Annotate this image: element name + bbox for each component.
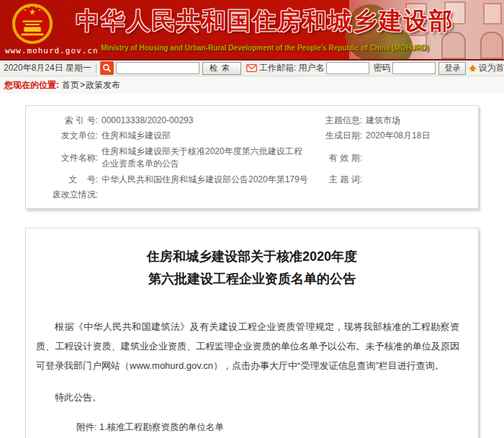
article-closing: 特此公告。 [36,391,459,404]
issuer-value: 住房和城乡建设部 [102,130,171,142]
index-label: 索 引 号: [46,115,98,127]
meta-row: 文件名称: 住房和城乡建设部关于核准2020年度第六批建设工程企业资质名单的公告… [26,143,478,172]
attachment-list: 1.核准工程勘察资质的单位名单 2.核准工程设计资质的单位名单 3.核准建筑业企… [99,421,242,438]
search-input[interactable] [116,62,199,74]
announcement-panel: 住房和城乡建设部关于核准2020年度 第六批建设工程企业资质名单的公告 根据《中… [25,228,479,438]
doc-no-label: 文 号: [46,174,98,186]
meta-row: 文 号: 中华人民共和国住房和城乡建设部公告2020年第179号 主 题 词: [26,172,478,187]
attachment-label: 附件: [76,421,99,438]
index-value: 000013338/2020-00293 [102,115,193,127]
keyword-label: 主 题 词: [310,174,362,186]
doc-name-value: 住房和城乡建设部关于核准2020年度第六批建设工程企业资质名单的公告 [102,146,305,170]
toolbar: 2020年8月24日 星期一 检索 工作邮箱: 用户名 密码 登录 设为首页 [0,61,504,76]
search-icon [100,61,114,75]
document-info-panel: 索 引 号: 000013338/2020-00293 主题信息: 建筑市场 发… [25,105,479,209]
meta-row: 索 引 号: 000013338/2020-00293 主题信息: 建筑市场 [26,113,478,128]
doc-name-label: 文件名称: [46,152,98,164]
national-emblem-icon [12,3,53,48]
username-input[interactable] [326,62,369,74]
topic-value: 建筑市场 [366,115,400,127]
site-title: 中华人民共和国住房和城乡建设部 [75,5,455,37]
gen-date-label: 生成日期: [310,130,362,142]
breadcrumb: 您现在的位置: 首页 > 政策发布 [0,76,504,94]
date-text: 2020年8月24日 星期一 [4,62,91,74]
work-mail-label: 工作邮箱: [259,62,296,74]
login-button[interactable]: 登录 [438,62,466,75]
meta-row: 发文单位: 住房和城乡建设部 生成日期: 2020年08月18日 [26,128,478,143]
validity-label: 有 效 期: [310,152,362,164]
breadcrumb-label: 您现在的位置: [4,79,59,91]
issuer-label: 发文单位: [46,130,98,142]
divider [96,63,96,73]
article-title-line1: 住房和城乡建设部关于核准2020年度 [26,246,478,268]
set-home-label: 设为首页 [478,62,504,74]
breadcrumb-home-link[interactable]: 首页 [62,79,79,91]
attachment-block: 附件: 1.核准工程勘察资质的单位名单 2.核准工程设计资质的单位名单 3.核准… [76,421,478,438]
username-label: 用户名 [298,62,324,74]
topic-label: 主题信息: [310,115,362,127]
home-arrow-icon [469,65,477,71]
gen-date-value: 2020年08月18日 [366,130,430,142]
breadcrumb-separator: > [80,80,85,90]
search-submit-button[interactable]: 检索 [202,62,241,75]
article-paragraph: 根据《中华人民共和国建筑法》及有关建设工程企业资质管理规定，现将我部核准的工程勘… [36,317,459,375]
attachment-link[interactable]: 1.核准工程勘察资质的单位名单 [99,421,242,433]
site-subtitle: Ministry of Housing and Urban-Rural Deve… [75,44,455,52]
site-banner: www.mohurd.gov.cn 中华人民共和国住房和城乡建设部 Minist… [0,0,504,61]
repeal-label: 废改立情况: [46,189,98,201]
article-title-line2: 第六批建设工程企业资质名单的公告 [26,268,478,290]
password-input[interactable] [392,62,436,74]
password-label: 密码 [373,62,390,74]
breadcrumb-current[interactable]: 政策发布 [86,79,120,91]
meta-row: 废改立情况: [26,187,478,202]
doc-no-value: 中华人民共和国住房和城乡建设部公告2020年第179号 [102,174,308,186]
set-home-link[interactable]: 设为首页 [469,62,504,74]
mail-icon [246,64,257,72]
